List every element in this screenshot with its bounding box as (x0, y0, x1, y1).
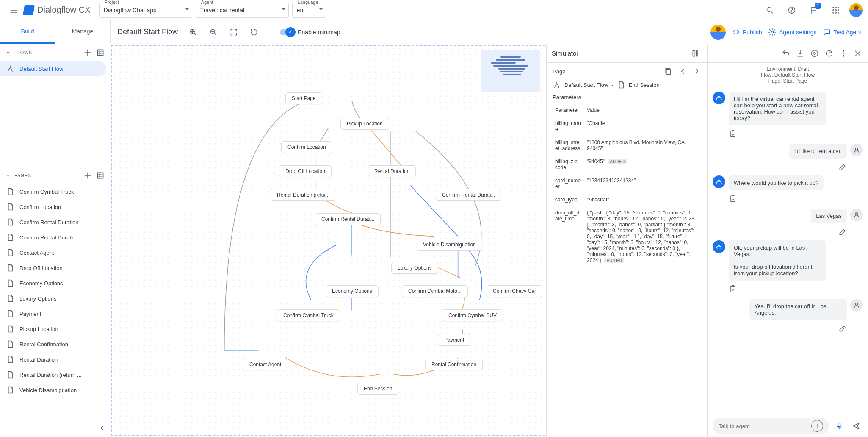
chat-input[interactable]: + (713, 418, 829, 434)
page-icon (6, 264, 14, 272)
refresh-icon (825, 49, 833, 58)
node-economy-options[interactable]: Economy Options (326, 285, 379, 297)
chevron-left-icon[interactable] (678, 67, 687, 75)
sidebar-page-item[interactable]: Confirm Rental Duratio... (0, 230, 106, 245)
node-confirm-location[interactable]: Confirm Location (281, 141, 332, 153)
grid-icon[interactable] (96, 48, 105, 57)
sidebar-page-item[interactable]: Confirm Location (0, 199, 106, 214)
chevron-up-icon[interactable] (5, 50, 11, 56)
agent-selector[interactable]: Agent Travel: car rental (196, 3, 289, 18)
chevron-down-icon (319, 8, 323, 10)
node-pickup-location[interactable]: Pickup Location (340, 118, 389, 130)
user-avatar-small[interactable] (710, 25, 726, 40)
minimap[interactable] (481, 50, 540, 92)
sidebar-page-item[interactable]: Vehicle Disambiguation (0, 382, 106, 398)
menu-icon (9, 6, 18, 14)
sidebar-page-item[interactable]: Rental Duration (return ... (0, 367, 106, 382)
edit-icon[interactable] (838, 228, 847, 236)
sidebar-page-item[interactable]: Rental Confirmation (0, 337, 106, 352)
logo[interactable]: Dialogflow CX (24, 5, 91, 15)
plus-icon[interactable] (83, 48, 92, 57)
refresh-button[interactable] (822, 45, 836, 62)
node-luxury-options[interactable]: Luxury Options (391, 262, 438, 274)
chat-input-field[interactable] (719, 423, 809, 429)
sidebar-flow-item[interactable]: Default Start Flow (0, 61, 106, 76)
save-button[interactable] (793, 45, 807, 62)
clipboard-icon[interactable] (729, 285, 737, 293)
close-button[interactable] (851, 45, 865, 62)
minimap-toggle[interactable]: ✓ Enable minimap (280, 29, 340, 36)
copy-icon[interactable] (664, 67, 672, 75)
tab-manage[interactable]: Manage (55, 20, 110, 44)
agent-settings-button[interactable]: Agent settings (768, 28, 817, 36)
node-confirm-cymbal-moto[interactable]: Confirm Cymbal Moto... (402, 285, 468, 297)
node-rental-duration-return[interactable]: Rental Duration (retur... (271, 189, 336, 201)
sidebar-page-item[interactable]: Pickup Location (0, 321, 106, 337)
node-confirm-rental-duration-2[interactable]: Confirm Rental Durati... (436, 189, 501, 201)
clipboard-icon[interactable] (729, 195, 737, 203)
fit-button[interactable] (225, 24, 242, 41)
sidebar-page-item[interactable]: Luxury Options (0, 291, 106, 306)
sidebar-page-item[interactable]: Contact Agent (0, 245, 106, 260)
chevron-up-icon[interactable] (5, 173, 11, 178)
sidebar-page-item[interactable]: Confirm Rental Duration (0, 214, 106, 230)
page-icon (6, 218, 14, 226)
node-start-page[interactable]: Start Page (285, 92, 322, 104)
tab-build[interactable]: Build (0, 20, 55, 44)
project-selector[interactable]: Project Dialogflow Chat app (99, 3, 192, 18)
node-rental-confirmation[interactable]: Rental Confirmation (425, 359, 483, 370)
test-agent-button[interactable]: Test Agent (823, 28, 861, 36)
mic-button[interactable] (832, 418, 846, 434)
apps-button[interactable] (827, 2, 844, 19)
zoom-out-button[interactable] (205, 24, 222, 41)
node-confirm-chevy-car[interactable]: Confirm Chevy Car (487, 285, 542, 297)
language-selector[interactable]: Language en (292, 3, 326, 18)
grid-icon[interactable] (96, 171, 105, 180)
sidebar-page-item[interactable]: Economy Options (0, 276, 106, 291)
sidebar-page-item[interactable]: Rental Duration (0, 352, 106, 367)
node-vehicle-disambiguation[interactable]: Vehicle Disambiguation (417, 239, 482, 251)
flow-canvas[interactable]: Start Page Pickup Location Confirm Locat… (111, 45, 545, 436)
parameters-label: Parameters (553, 94, 701, 100)
notifications-button[interactable]: 1 (805, 2, 822, 19)
reset-button[interactable] (246, 24, 263, 41)
search-button[interactable] (761, 2, 778, 19)
collapse-sidebar-button[interactable] (98, 424, 106, 434)
gear-icon (768, 28, 777, 36)
sidebar-page-item[interactable]: Confirm Cymbal Truck (0, 184, 106, 199)
send-button[interactable] (849, 418, 863, 434)
svg-rect-18 (666, 70, 671, 75)
add-button[interactable]: + (811, 420, 823, 432)
chevron-down-icon (185, 8, 189, 10)
sidebar-page-item[interactable]: Drop Off Location (0, 260, 106, 276)
chevron-down-icon (282, 8, 286, 10)
node-contact-agent[interactable]: Contact Agent (243, 359, 287, 370)
node-confirm-cymbal-truck[interactable]: Confirm Cymbal Truck (277, 309, 340, 321)
undo-button[interactable] (779, 45, 793, 62)
menu-button[interactable] (5, 2, 22, 19)
panel-layout-button[interactable] (689, 47, 702, 60)
more-button[interactable] (837, 45, 850, 62)
node-confirm-cymbal-suv[interactable]: Confirm Cymbal SUV (442, 309, 503, 321)
help-button[interactable] (783, 2, 800, 19)
account-avatar[interactable] (849, 3, 863, 17)
node-confirm-rental-duration-1[interactable]: Confirm Rental Durati... (315, 213, 381, 225)
publish-button[interactable]: Publish (732, 28, 762, 36)
edit-icon[interactable] (838, 163, 847, 171)
zoom-in-button[interactable] (185, 24, 202, 41)
svg-point-24 (855, 148, 857, 150)
node-rental-duration[interactable]: Rental Duration (368, 165, 416, 177)
node-end-session[interactable]: End Session (357, 383, 398, 395)
undo-icon (782, 49, 790, 58)
play-button[interactable] (808, 45, 821, 62)
simulator-panel: Simulator Page Default Start Flow - End … (546, 44, 707, 437)
node-drop-off-location[interactable]: Drop Off Location (279, 165, 332, 177)
flows-header: FLOWS (0, 44, 110, 61)
edit-icon[interactable] (838, 324, 847, 333)
plus-icon[interactable] (83, 171, 92, 180)
page-icon (6, 248, 14, 257)
node-payment[interactable]: Payment (438, 334, 470, 346)
clipboard-icon[interactable] (729, 130, 737, 138)
sidebar-page-item[interactable]: Payment (0, 306, 106, 321)
chevron-right-icon[interactable] (693, 67, 701, 75)
